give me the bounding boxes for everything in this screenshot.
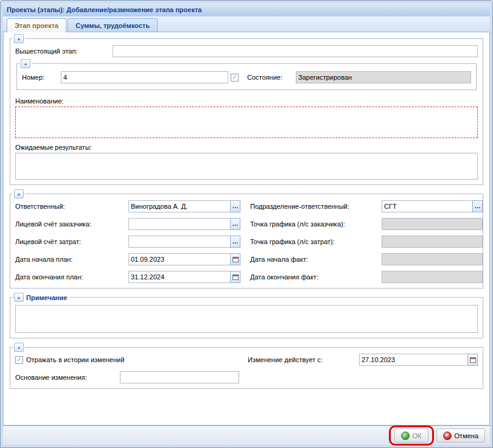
dialog-window: Проекты (этапы): Добавление/размножение … [0,0,493,448]
expected-results-label: Ожидаемые результаты: [15,144,478,151]
start-date-fact-label: Дата начала факт: [250,256,382,263]
form-panel: ▲ Вышестоящий этап: ▲ Номер: ✓ Состояние… [3,32,490,425]
auto-number-checkbox[interactable]: ✓ [231,74,239,82]
parent-stage-label: Вышестоящий этап: [15,47,113,55]
note-legend: Примечание [26,294,67,301]
calendar-icon [233,275,239,280]
ok-button-label: ОК [413,432,422,439]
fieldset-note: ▲ Примечание [10,297,483,338]
fieldset-main: ▲ Вышестоящий этап: ▲ Номер: ✓ Состояние… [10,38,483,185]
fieldset-history: ▲ ✓ Отражать в истории изменений Изменен… [10,347,483,389]
tab-stage-label: Этап проекта [15,22,58,29]
collapse-icon[interactable]: ▲ [14,343,24,352]
fieldset-details: ▲ Ответственный: … Подразделение-ответст… [10,194,483,289]
department-input[interactable] [382,200,472,212]
customer-account-input[interactable] [128,218,230,230]
ok-button[interactable]: ✓ ОК [394,429,428,443]
name-textarea[interactable] [15,107,478,138]
calendar-icon [470,357,476,363]
lookup-trigger-icon[interactable]: … [230,200,240,212]
calendar-trigger[interactable] [230,253,240,265]
ok-button-highlight: ✓ ОК [389,425,434,446]
customer-schedule-point-label: Точка графика (л/с заказчика): [250,220,382,228]
change-reason-label: Основание изменения: [15,374,120,381]
name-label: Наименование: [15,97,478,105]
customer-schedule-point-input [382,218,483,230]
cancel-x-icon: ✕ [443,432,452,440]
number-label: Номер: [22,74,61,81]
end-date-plan-label: Дата окончания план: [15,273,128,281]
cost-schedule-point-input [382,236,483,248]
number-input[interactable] [61,71,228,83]
calendar-trigger[interactable] [230,271,240,283]
cost-account-label: Лицевой счёт затрат: [15,238,128,245]
expected-results-textarea[interactable] [15,153,478,180]
state-label: Состояние: [247,74,296,81]
cancel-button-label: Отмена [455,432,478,439]
tab-sums[interactable]: Суммы, трудоёмкость [68,18,158,32]
collapse-icon[interactable]: ▲ [14,189,24,198]
responsible-input[interactable] [128,200,230,212]
window-titlebar[interactable]: Проекты (этапы): Добавление/размножение … [3,3,490,16]
department-label: Подразделение-ответственный: [250,203,382,210]
history-checkbox-label: Отражать в истории изменений [26,356,124,363]
parent-stage-input[interactable] [113,45,478,57]
tab-stage[interactable]: Этап проекта [7,18,66,32]
start-date-plan-input[interactable] [128,253,230,265]
end-date-plan-input[interactable] [128,271,230,283]
history-checkbox[interactable]: ✓ [15,356,23,364]
start-date-fact-input [382,253,483,265]
tab-strip: Этап проекта Суммы, трудоёмкость [3,16,490,32]
lookup-trigger-icon[interactable]: … [472,200,483,212]
cancel-button[interactable]: ✕ Отмена [436,429,485,443]
change-effective-input[interactable] [359,354,467,366]
collapse-icon[interactable]: ▲ [14,293,24,302]
cost-account-input[interactable] [128,236,230,248]
end-date-fact-input [382,271,483,283]
responsible-label: Ответственный: [15,203,128,210]
end-date-fact-label: Дата окончания факт: [250,273,382,281]
state-input [296,71,471,83]
cost-schedule-point-label: Точка графика (л/с затрат): [250,238,382,245]
lookup-trigger-icon[interactable]: … [230,218,240,230]
change-reason-input[interactable] [120,371,239,383]
note-textarea[interactable] [15,305,478,333]
start-date-plan-label: Дата начала план: [15,256,128,263]
parent-stage-row: Вышестоящий этап: [15,45,478,57]
fieldset-number-state: ▲ Номер: ✓ Состояние: [16,63,477,90]
footer-toolbar: ✓ ОК ✕ Отмена [3,425,490,445]
calendar-icon [233,257,239,262]
change-effective-label: Изменение действует с: [248,356,359,363]
calendar-trigger[interactable] [467,354,478,366]
collapse-icon[interactable]: ▲ [14,34,24,43]
window-title: Проекты (этапы): Добавление/размножение … [7,6,201,13]
collapse-icon[interactable]: ▲ [21,59,30,68]
ok-check-icon: ✓ [401,432,410,440]
lookup-trigger-icon[interactable]: … [230,236,240,248]
tab-sums-label: Суммы, трудоёмкость [75,22,150,29]
customer-account-label: Лицевой счёт заказчика: [15,220,128,228]
